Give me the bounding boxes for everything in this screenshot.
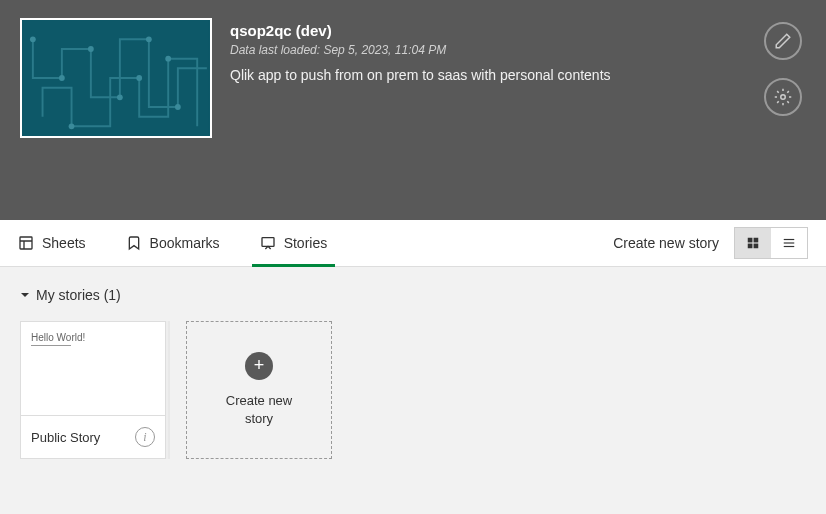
chevron-down-icon [20, 290, 30, 300]
svg-point-2 [59, 75, 65, 81]
svg-rect-12 [262, 238, 274, 247]
tab-sheets-label: Sheets [42, 235, 86, 251]
svg-rect-15 [748, 244, 753, 249]
story-preview: Hello World! [21, 322, 165, 416]
info-icon[interactable]: i [135, 427, 155, 447]
svg-point-4 [117, 94, 123, 100]
svg-point-5 [146, 36, 152, 42]
tab-sheets[interactable]: Sheets [18, 220, 86, 266]
app-header: qsop2qc (dev) Data last loaded: Sep 5, 2… [0, 0, 826, 220]
svg-point-7 [69, 123, 75, 129]
section-header[interactable]: My stories (1) [20, 287, 806, 303]
edit-button[interactable] [764, 22, 802, 60]
svg-rect-16 [754, 244, 759, 249]
create-story-card[interactable]: + Create newstory [186, 321, 332, 459]
story-footer: Public Story i [21, 416, 165, 458]
app-thumbnail [20, 18, 212, 138]
tab-stories[interactable]: Stories [260, 220, 328, 266]
list-view-toggle[interactable] [771, 228, 807, 258]
svg-point-1 [30, 36, 36, 42]
svg-point-10 [781, 95, 786, 100]
settings-button[interactable] [764, 78, 802, 116]
svg-rect-11 [20, 237, 32, 249]
pencil-icon [774, 32, 792, 50]
stories-icon [260, 235, 276, 251]
plus-icon: + [245, 352, 273, 380]
sheets-icon [18, 235, 34, 251]
preview-text: Hello World! [31, 332, 85, 343]
tab-stories-label: Stories [284, 235, 328, 251]
story-title: Public Story [31, 430, 100, 445]
svg-rect-14 [754, 238, 759, 243]
create-new-story-link[interactable]: Create new story [613, 235, 719, 251]
list-icon [782, 236, 796, 250]
story-card[interactable]: Hello World! Public Story i [20, 321, 166, 459]
tab-bookmarks[interactable]: Bookmarks [126, 220, 220, 266]
tab-bar: Sheets Bookmarks Stories Create new stor… [0, 220, 826, 267]
app-title: qsop2qc (dev) [230, 22, 611, 39]
svg-point-9 [165, 56, 171, 62]
grid-view-toggle[interactable] [735, 228, 771, 258]
app-meta: Data last loaded: Sep 5, 2023, 11:04 PM [230, 43, 611, 57]
app-info: qsop2qc (dev) Data last loaded: Sep 5, 2… [230, 22, 611, 83]
app-description: Qlik app to push from on prem to saas wi… [230, 67, 611, 83]
content-area: My stories (1) Hello World! Public Story… [0, 267, 826, 514]
svg-point-3 [88, 46, 94, 52]
section-title: My stories (1) [36, 287, 121, 303]
grid-icon [746, 236, 760, 250]
svg-rect-13 [748, 238, 753, 243]
svg-point-6 [175, 104, 181, 110]
svg-point-8 [136, 75, 142, 81]
view-toggles [734, 227, 808, 259]
bookmark-icon [126, 235, 142, 251]
tab-bookmarks-label: Bookmarks [150, 235, 220, 251]
cards-row: Hello World! Public Story i + Create new… [20, 321, 806, 459]
gear-icon [774, 88, 792, 106]
create-card-label: Create newstory [226, 392, 292, 428]
